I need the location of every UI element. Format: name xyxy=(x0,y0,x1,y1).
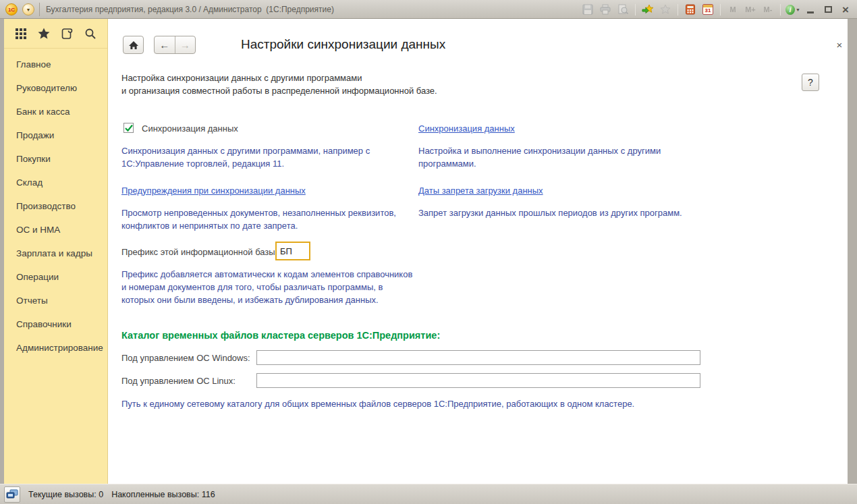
titlebar-separator xyxy=(635,4,636,16)
server-calls-icon xyxy=(6,489,18,500)
sections-grid-icon[interactable] xyxy=(13,26,29,42)
sync-checkbox-label[interactable]: Синхронизация данных xyxy=(142,123,238,134)
sidebar-item-administrirovanie[interactable]: Администрирование xyxy=(4,336,107,360)
page-close-button[interactable]: × xyxy=(833,38,846,51)
titlebar-actions: 31 M M+ M- i ▼ × xyxy=(580,0,853,19)
minimize-button[interactable] xyxy=(803,2,818,17)
sync-settings-link[interactable]: Синхронизация данных xyxy=(418,123,515,134)
prefix-input[interactable] xyxy=(275,242,310,260)
sidebar-item-prodazhi[interactable]: Продажи xyxy=(4,123,107,147)
sidebar-item-os-i-nma[interactable]: ОС и НМА xyxy=(4,218,107,242)
search-icon[interactable] xyxy=(82,26,99,42)
titlebar-separator xyxy=(780,4,781,16)
close-window-button[interactable]: × xyxy=(838,2,853,17)
application-window: 1С ▼ Бухгалтерия предприятия, редакция 3… xyxy=(0,0,857,504)
cluster-description: Путь к единому сетевому каталогу для общ… xyxy=(121,397,796,410)
history-nav-group: ← → xyxy=(154,36,196,54)
main-menu-chevron-icon[interactable]: ▼ xyxy=(22,3,34,16)
maximize-button[interactable] xyxy=(821,2,835,17)
info-chevron-down-icon[interactable]: ▼ xyxy=(796,7,800,12)
titlebar-separator xyxy=(720,4,721,16)
import-ban-dates-link[interactable]: Даты запрета загрузки данных xyxy=(418,186,543,196)
sidebar-item-rukovoditelyu[interactable]: Руководителю xyxy=(4,76,107,100)
sidebar: Главное Руководителю Банк и касса Продаж… xyxy=(4,19,108,484)
window-title: Бухгалтерия предприятия, редакция 3.0 / … xyxy=(46,0,334,19)
sidebar-item-spravochniki[interactable]: Справочники xyxy=(4,312,107,336)
sidebar-item-pokupki[interactable]: Покупки xyxy=(4,147,107,171)
sidebar-menu: Главное Руководителю Банк и касса Продаж… xyxy=(4,49,107,360)
sidebar-item-sklad[interactable]: Склад xyxy=(4,171,107,194)
back-button[interactable]: ← xyxy=(155,36,175,53)
sidebar-item-proizvodstvo[interactable]: Производство xyxy=(4,194,107,218)
home-icon xyxy=(128,40,139,50)
sidebar-toolbar xyxy=(4,19,107,49)
titlebar-separator xyxy=(39,3,40,16)
sidebar-item-glavnoe[interactable]: Главное xyxy=(4,53,107,76)
forward-button[interactable]: → xyxy=(175,36,196,53)
linux-catalog-input[interactable] xyxy=(256,373,700,388)
sidebar-item-zarplata-i-kadry[interactable]: Зарплата и кадры xyxy=(4,242,107,265)
prefix-description: Префикс добавляется автоматически к кода… xyxy=(121,268,412,306)
print-preview-icon[interactable] xyxy=(615,2,630,17)
sync-warnings-description: Просмотр непроведенных документов, незап… xyxy=(121,206,396,232)
memory-m-icon[interactable]: M xyxy=(725,2,740,17)
calendar-icon[interactable]: 31 xyxy=(700,2,715,17)
favorites-icon[interactable] xyxy=(658,2,673,17)
info-glyph: i xyxy=(785,5,795,15)
linux-catalog-label: Под управлением ОС Linux: xyxy=(121,376,236,386)
print-icon[interactable] xyxy=(598,2,613,17)
info-icon[interactable]: i ▼ xyxy=(785,2,800,17)
statusbar: Текущие вызовы: 0 Накопленные вызовы: 11… xyxy=(0,484,857,504)
server-calls-button[interactable] xyxy=(4,486,20,503)
cluster-section-header: Каталог временных файлов кластера сервер… xyxy=(121,330,440,341)
import-ban-dates-description: Запрет загрузки данных прошлых периодов … xyxy=(418,206,682,219)
current-calls-status: Текущие вызовы: 0 xyxy=(28,490,103,499)
windows-catalog-label: Под управлением ОС Windows: xyxy=(121,353,250,363)
main-content: ← → Настройки синхронизации данных × Нас… xyxy=(108,19,848,484)
calendar-day: 31 xyxy=(703,7,713,13)
memory-m-plus-icon[interactable]: M+ xyxy=(743,2,758,17)
sidebar-item-operatsii[interactable]: Операции xyxy=(4,265,107,289)
sidebar-item-bank-i-kassa[interactable]: Банк и касса xyxy=(4,100,107,123)
titlebar: 1С ▼ Бухгалтерия предприятия, редакция 3… xyxy=(0,0,857,19)
sync-warnings-link[interactable]: Предупреждения при синхронизации данных xyxy=(121,186,306,196)
page-intro-text: Настройка синхронизации данных с другими… xyxy=(121,72,437,97)
page-title: Настройки синхронизации данных xyxy=(241,37,445,52)
checkmark-icon xyxy=(124,123,134,133)
maximize-icon xyxy=(825,6,832,13)
save-icon[interactable] xyxy=(580,2,595,17)
history-icon[interactable] xyxy=(59,26,76,42)
windows-catalog-input[interactable] xyxy=(256,350,700,365)
memory-m-minus-icon[interactable]: M- xyxy=(761,2,775,17)
help-button[interactable]: ? xyxy=(802,74,819,91)
sync-checkbox[interactable] xyxy=(123,123,134,133)
favorites-star-icon[interactable] xyxy=(36,26,52,42)
titlebar-separator xyxy=(678,4,678,16)
accumulated-calls-status: Накопленные вызовы: 116 xyxy=(111,490,215,499)
prefix-label: Префикс этой информационной базы: xyxy=(121,247,277,257)
minimize-icon xyxy=(807,11,814,13)
sync-settings-description: Настройка и выполнение синхронизации дан… xyxy=(418,144,661,170)
sync-checkbox-description: Синхронизация данных с другими программа… xyxy=(121,144,370,170)
home-button[interactable] xyxy=(123,36,144,54)
calculator-icon[interactable] xyxy=(683,2,698,17)
app-logo-icon[interactable]: 1С xyxy=(5,3,18,16)
add-to-favorites-icon[interactable] xyxy=(640,2,655,17)
sidebar-item-otchety[interactable]: Отчеты xyxy=(4,289,107,312)
